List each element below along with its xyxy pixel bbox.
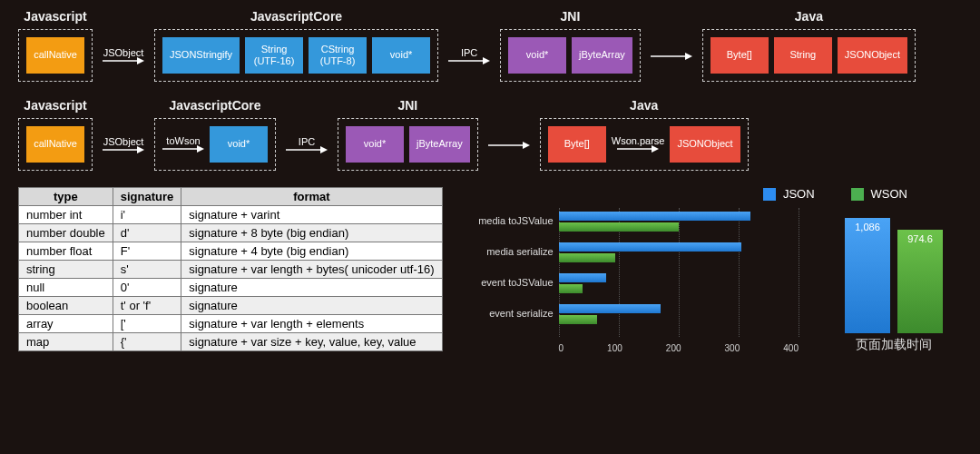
table-row: number inti'signature + varint — [19, 206, 443, 224]
flow-node: JSONObject — [670, 126, 740, 163]
column-title: JNI — [561, 9, 581, 24]
column-title: Java — [795, 9, 823, 24]
flow-arrow: JSObject — [96, 120, 151, 171]
horizontal-bar-chart: media toJSValuemedia serializeevent toJS… — [459, 208, 808, 353]
column-title: Javascript — [24, 98, 86, 113]
inner-arrow: toWson — [162, 135, 204, 153]
dashed-container: callNative — [18, 118, 93, 171]
table-header: format — [181, 188, 442, 206]
table-cell: signature + var length + bytes( unicoder… — [181, 261, 442, 279]
flow-arrow: IPC — [442, 31, 496, 82]
flow-column: JavaByte[]StringJSONObject — [702, 9, 916, 82]
flow-node: callNative — [26, 126, 84, 163]
chart-legend: JSON WSON — [459, 187, 962, 201]
table-row: array['signature + var length + elements — [19, 315, 443, 333]
table-cell: [' — [113, 315, 181, 333]
flow-node: jByteArray — [409, 126, 470, 163]
column-title: JavascriptCore — [250, 9, 342, 24]
table-cell: signature + var length + elements — [181, 315, 442, 333]
table-cell: number double — [19, 224, 113, 242]
hbar — [559, 212, 751, 221]
x-tick: 300 — [725, 343, 740, 353]
table-cell: signature + 8 byte (big endian) — [181, 224, 442, 242]
chart-row: media toJSValuemedia serializeevent toJS… — [459, 206, 962, 353]
table-cell: boolean — [19, 297, 113, 315]
flow-column: JavaByte[]Wson.parseJSONObject — [540, 98, 749, 171]
svg-marker-15 — [652, 145, 659, 153]
legend-json-label: JSON — [783, 187, 815, 201]
table-row: number doubled'signature + 8 byte (big e… — [19, 224, 443, 242]
flow-node: Byte[] — [548, 126, 606, 163]
svg-marker-5 — [685, 53, 692, 60]
flow-node: void* — [210, 126, 268, 163]
svg-marker-9 — [197, 145, 204, 153]
legend-wson-label: WSON — [871, 187, 907, 201]
vbars: 1,086974.6 — [845, 206, 943, 333]
svg-marker-3 — [483, 57, 490, 64]
dashed-container: Byte[]StringJSONObject — [702, 29, 916, 82]
hbar — [559, 315, 598, 324]
hbar-category-label: event toJSValue — [459, 277, 554, 288]
flow-arrow: IPC — [279, 120, 334, 171]
table-cell: string — [19, 261, 113, 279]
x-tick: 200 — [666, 343, 681, 353]
column-title: JNI — [397, 98, 417, 113]
bottom-area: typesignatureformatnumber inti'signature… — [18, 187, 962, 353]
flow-column: JavascriptCoreJSONStringifyString(UTF-16… — [154, 9, 438, 82]
flow-node: void* — [346, 126, 404, 163]
table-cell: map — [19, 333, 113, 351]
flow-row-2: JavascriptcallNativeJSObjectJavascriptCo… — [18, 98, 962, 171]
charts-area: JSON WSON media toJSValuemedia serialize… — [459, 187, 962, 353]
dashed-container: JSONStringifyString(UTF-16)CString(UTF-8… — [154, 29, 438, 82]
flow-node: Byte[] — [710, 37, 769, 74]
table-cell: d' — [113, 224, 181, 242]
flow-arrow: JSObject — [96, 31, 151, 82]
vbar: 1,086 — [845, 218, 890, 333]
hbar-category-label: event serialize — [459, 308, 554, 319]
flow-column: JNIvoid*jByteArray — [500, 9, 641, 82]
flow-node: jByteArray — [572, 37, 632, 74]
x-tick: 400 — [783, 343, 799, 353]
table-cell: null — [19, 279, 113, 297]
svg-marker-11 — [320, 146, 328, 153]
flow-node: String — [774, 37, 832, 74]
flow-node: JSONStringify — [162, 37, 240, 74]
signature-table: typesignatureformatnumber inti'signature… — [18, 187, 443, 351]
hbar — [559, 253, 616, 262]
table-row: booleant' or 'f'signature — [19, 297, 443, 315]
column-title: JavascriptCore — [169, 98, 260, 113]
table-cell: s' — [113, 261, 181, 279]
hbar — [559, 242, 742, 252]
table-cell: 0' — [113, 279, 181, 297]
table-cell: i' — [113, 206, 181, 224]
flow-node: void* — [372, 37, 430, 74]
flow-node: callNative — [26, 37, 84, 74]
legend-json: JSON — [763, 187, 815, 201]
hbar-category-label: media serialize — [459, 246, 554, 257]
flow-column: JNIvoid*jByteArray — [338, 98, 478, 171]
flow-node: JSONObject — [838, 37, 907, 74]
dashed-container: callNative — [18, 29, 93, 82]
table-cell: signature — [181, 279, 442, 297]
x-tick: 0 — [559, 343, 564, 353]
vbar: 974.6 — [897, 230, 943, 333]
table-cell: signature — [181, 297, 442, 315]
dashed-container: Byte[]Wson.parseJSONObject — [540, 118, 749, 171]
hbar — [559, 273, 607, 282]
table-cell: signature + var size + key, value, key, … — [181, 333, 442, 351]
column-title: Javascript — [24, 9, 86, 24]
x-axis-labels: 0100200300400 — [559, 343, 799, 353]
dashed-container: void*jByteArray — [500, 29, 641, 82]
table-row: map{'signature + var size + key, value, … — [19, 333, 443, 351]
table-cell: number int — [19, 206, 113, 224]
flow-row-1: JavascriptcallNativeJSObjectJavascriptCo… — [18, 9, 962, 82]
table-row: number floatF'signature + 4 byte (big en… — [19, 242, 443, 261]
table-cell: signature + varint — [181, 206, 442, 224]
table-cell: signature + 4 byte (big endian) — [181, 242, 442, 261]
table-row: null0'signature — [19, 279, 443, 297]
flow-column: JavascriptcallNative — [18, 98, 93, 171]
vbar-title: 页面加载时间 — [856, 337, 932, 353]
table-cell: array — [19, 315, 113, 333]
legend-wson: WSON — [851, 187, 907, 201]
svg-marker-1 — [137, 57, 144, 64]
